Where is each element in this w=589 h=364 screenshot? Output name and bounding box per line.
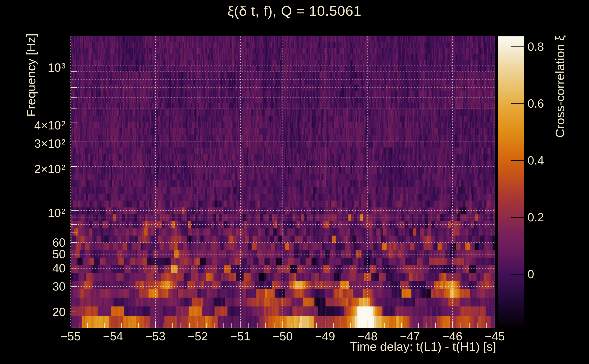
y-tick-label: 3×102	[34, 135, 66, 150]
x-tick-label: −54	[93, 330, 132, 342]
colorbar-tick-label: 0.4	[528, 155, 544, 166]
x-tick-label: −46	[433, 330, 472, 342]
colorbar-tick-label: 0.6	[528, 98, 544, 110]
y-tick-label: 20	[52, 306, 65, 318]
y-tick-label: 4×102	[34, 117, 66, 131]
x-tick-label: −50	[263, 330, 302, 342]
y-tick-label: 40	[52, 262, 65, 274]
x-tick-label: −48	[348, 330, 387, 342]
y-tick-label: 30	[52, 280, 65, 292]
x-tick-label: −47	[391, 330, 429, 342]
colorbar-title: Cross-correlation ξ	[553, 35, 567, 138]
y-tick-label: 60	[52, 237, 65, 248]
x-tick-label: −53	[136, 330, 175, 342]
y-tick-label: 103	[48, 59, 65, 73]
colorbar-tick-label: 0	[528, 268, 534, 280]
x-tick-label: −52	[178, 330, 217, 342]
chart-title: ξ(δ t, f), Q = 10.5061	[0, 3, 589, 19]
x-tick-label: −55	[51, 330, 90, 342]
x-tick-label: −49	[306, 330, 344, 342]
colorbar-tick-label: 0.2	[528, 211, 544, 223]
figure: ξ(δ t, f), Q = 10.5061 Frequency [Hz] Ti…	[0, 0, 589, 364]
x-tick-label: −45	[475, 330, 514, 342]
colorbar-tick-label: 0.8	[528, 41, 544, 52]
x-tick-label: −51	[221, 330, 260, 342]
spectrogram-heatmap-canvas	[0, 0, 589, 364]
y-tick-label: 2×102	[34, 161, 66, 175]
y-tick-label: 102	[48, 205, 65, 219]
y-tick-label: 50	[52, 248, 65, 260]
y-axis-tick-labels: 1034×1023×1022×1021026050403020	[0, 0, 67, 364]
